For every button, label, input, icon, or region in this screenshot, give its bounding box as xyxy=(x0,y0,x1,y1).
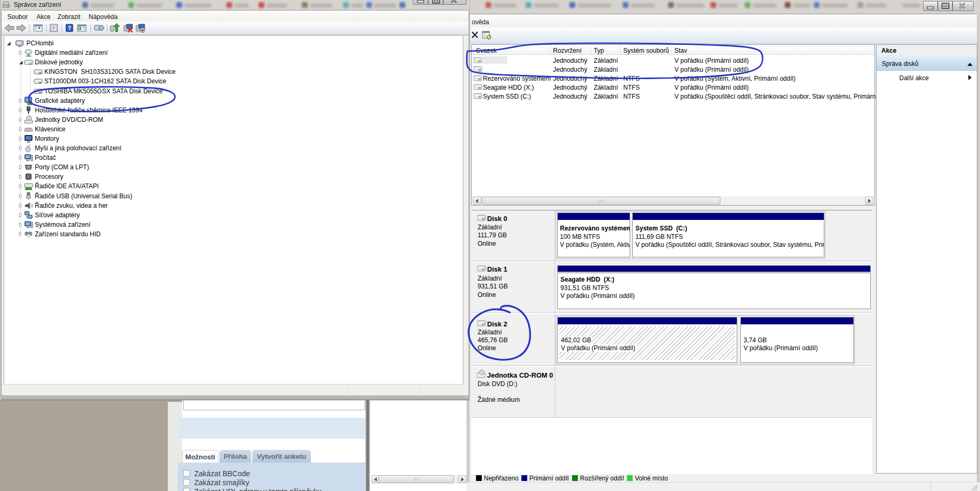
svg-text:?: ? xyxy=(68,25,71,31)
